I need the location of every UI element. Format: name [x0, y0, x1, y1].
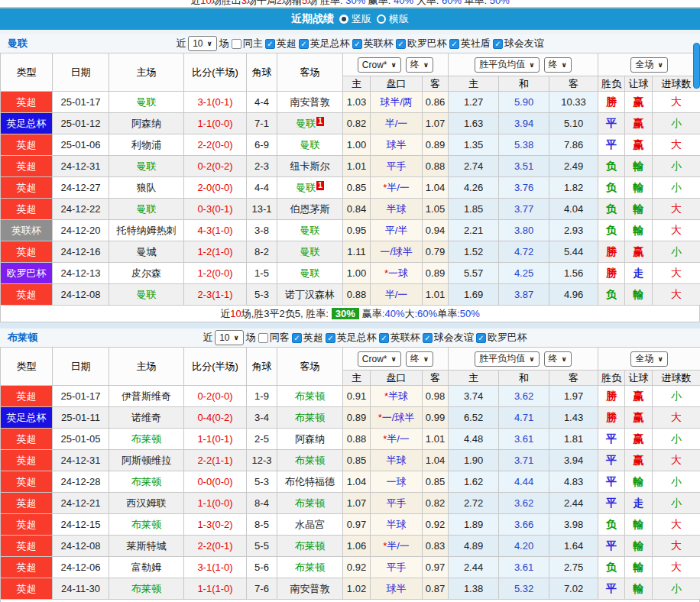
match-count-select[interactable]: 10∨	[215, 330, 244, 345]
mean-draw-cell: 4.44	[499, 471, 549, 493]
league-filter[interactable]: ✓英社盾	[449, 37, 491, 50]
home-team-cell: 皮尔森	[109, 263, 184, 284]
mean-away-cell: 5.44	[549, 241, 598, 263]
league-checkbox[interactable]: ✓	[449, 39, 459, 49]
sub-col-header: 客	[549, 76, 598, 92]
col-header-score: 比分(半场)	[184, 53, 247, 92]
league-checkbox[interactable]: ✓	[423, 333, 433, 343]
corners-cell: 2-5	[247, 429, 277, 450]
handicap-text: 球半	[387, 139, 407, 150]
handicap-cell: *一球	[371, 263, 423, 284]
result-cell: 勝	[598, 92, 625, 113]
league-checkbox[interactable]: ✓	[299, 39, 309, 49]
league-checkbox[interactable]: ✓	[476, 333, 486, 343]
league-filter[interactable]: ✓球会友谊	[493, 37, 544, 50]
match-row: 英联杯24-12-20托特纳姆热刺4-3(1-0)3-8曼联0.95平/半0.9…	[1, 220, 700, 241]
stat-segment: 2	[277, 0, 282, 6]
goals-cell: 小	[653, 386, 700, 407]
stat-segment: 单率	[437, 307, 457, 321]
scrollbar-thumb[interactable]	[693, 43, 700, 89]
league-filter[interactable]: ✓英超	[292, 331, 323, 345]
handicap-result-cell: 赢	[625, 92, 653, 113]
mean-source-select[interactable]: 胜平负均值∨	[475, 351, 539, 367]
goals-cell: 大	[653, 92, 700, 113]
match-count-select[interactable]: 10∨	[188, 36, 217, 51]
date-cell: 25-01-12	[53, 113, 109, 134]
corners-cell: 12-3	[247, 450, 277, 471]
mean-group-header: 胜平负均值∨终∨	[449, 348, 598, 371]
handicap-text: 半/一	[387, 540, 410, 552]
league-filter[interactable]: ✓球会友谊	[423, 331, 474, 345]
league-checkbox[interactable]: ✓	[265, 39, 275, 49]
league-checkbox[interactable]: ✓	[493, 39, 503, 49]
mean-stage-select[interactable]: 终∨	[544, 351, 572, 367]
radio-unselected-icon	[377, 15, 386, 24]
league-checkbox[interactable]: ✓	[396, 39, 406, 49]
handicap-cell: *半球	[371, 386, 423, 407]
score-cell: 2-2(1-1)	[184, 450, 247, 471]
odds-source-select[interactable]: Crow*∨	[358, 351, 401, 367]
mean-home-cell: 6.52	[449, 407, 499, 429]
mean-stage-select[interactable]: 终∨	[544, 57, 572, 73]
scope-select[interactable]: 全场∨	[630, 351, 667, 367]
same-venue-filter[interactable]: 同主	[232, 37, 263, 50]
handicap-cell: 一球	[371, 471, 423, 493]
league-filter[interactable]: ✓英足总杯	[299, 37, 350, 50]
scope-select[interactable]: 全场∨	[630, 57, 667, 73]
goals-cell: 大	[653, 557, 700, 578]
mean-draw-cell: 5.32	[499, 578, 549, 600]
match-row: 英超25-01-05布莱顿1-1(0-1)2-5阿森纳0.88*半/一1.014…	[1, 429, 700, 450]
league-filter[interactable]: ✓英联杯	[352, 37, 394, 50]
odds-source-select[interactable]: Crow*∨	[358, 57, 401, 73]
handicap-result-cell: 走	[625, 493, 653, 514]
select-value: 胜平负均值	[479, 58, 525, 71]
goals-cell: 大	[653, 199, 700, 220]
league-checkbox[interactable]: ✓	[352, 39, 362, 49]
handicap-text: 平手	[387, 562, 407, 573]
odds-home-cell: 1.07	[343, 493, 371, 514]
league-checkbox[interactable]: ✓	[326, 333, 335, 343]
goals-cell: 大	[653, 263, 700, 284]
home-team-cell: 西汉姆联	[109, 493, 184, 514]
mean-away-cell: 7.86	[549, 134, 598, 156]
chevron-down-icon: ∨	[562, 61, 567, 69]
league-filter[interactable]: ✓英超	[265, 37, 297, 50]
away-team-cell: 阿森纳	[277, 429, 343, 450]
handicap-cell: 半球	[371, 514, 423, 536]
away-team-cell: 南安普敦	[277, 578, 343, 600]
mean-draw-cell: 3.62	[499, 493, 549, 514]
mean-home-cell: 1.52	[449, 241, 499, 263]
matches-label: 场	[219, 37, 229, 50]
odds-away-cell: 0.89	[423, 263, 449, 284]
league-cell: 英超	[1, 134, 53, 156]
layout-radio-horizontal[interactable]: 横版	[377, 12, 409, 26]
handicap-text: 半/一	[385, 289, 408, 300]
odds-stage-select[interactable]: 终∨	[406, 351, 433, 367]
top-stats-line-text: 近10场胜出3场平局2场输5场 胜率: 30% 赢率: 40% 大率: 60% …	[0, 0, 700, 7]
same-venue-checkbox[interactable]	[232, 39, 241, 49]
col-header-type: 类型	[1, 348, 53, 386]
odds-stage-select[interactable]: 终∨	[406, 57, 433, 73]
league-checkbox[interactable]: ✓	[292, 333, 302, 343]
handicap-result-cell: 輸	[625, 199, 653, 220]
away-team-cell: 诺丁汉森林	[277, 284, 343, 306]
stat-segment: 10	[230, 308, 241, 319]
league-filter[interactable]: ✓英联杯	[379, 331, 420, 345]
league-filter[interactable]: ✓英足总杯	[326, 331, 377, 345]
same-venue-checkbox[interactable]	[258, 333, 268, 343]
league-checkbox[interactable]: ✓	[379, 333, 389, 343]
home-team-cell: 阿森纳	[109, 113, 184, 134]
league-filter[interactable]: ✓欧罗巴杯	[396, 37, 447, 50]
stat-segment: :60%	[415, 308, 438, 319]
handicap-text: 球半/两	[380, 96, 413, 108]
league-filter-label: 英社盾	[461, 37, 491, 50]
mean-source-select[interactable]: 胜平负均值∨	[475, 57, 539, 73]
same-venue-filter[interactable]: 同客	[258, 331, 290, 345]
team-link: 伯恩茅斯	[290, 203, 330, 215]
layout-radio-vertical[interactable]: 竖版	[339, 12, 371, 26]
match-row: 英足总杯25-01-12阿森纳1-1(0-0)7-1曼联10.82半/一1.07…	[1, 113, 700, 134]
handicap-result-cell: 輸	[625, 156, 653, 177]
score-cell: 1-1(0-1)	[184, 429, 247, 450]
league-filter[interactable]: ✓欧罗巴杯	[476, 331, 527, 345]
mean-draw-cell: 4.20	[499, 536, 549, 557]
